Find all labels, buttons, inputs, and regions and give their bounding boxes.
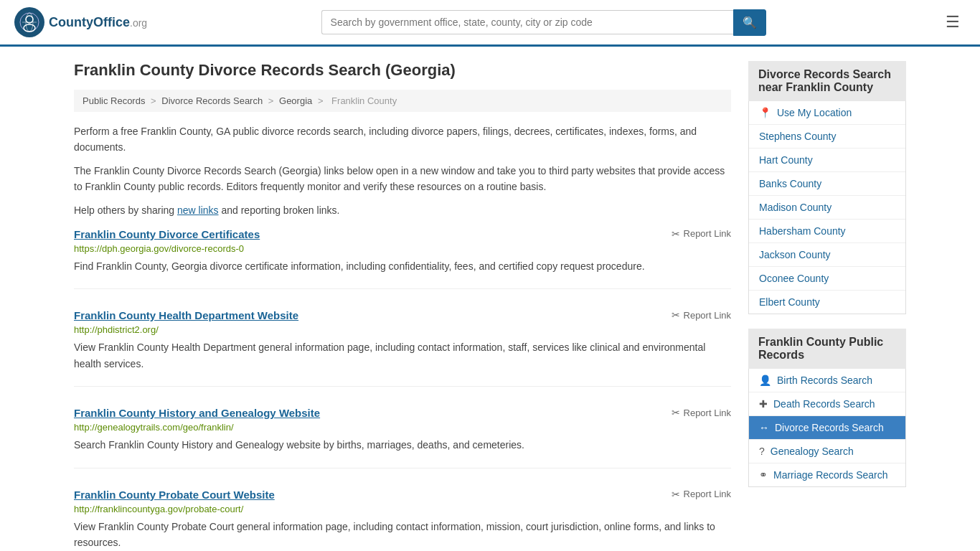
result-item-3: Franklin County Probate Court Website ✂ … [74,489,731,551]
breadcrumb-divorce-records[interactable]: Divorce Records Search [161,95,263,106]
result-url-0[interactable]: https://dph.georgia.gov/divorce-records-… [74,243,731,254]
result-header-2: Franklin County History and Genealogy We… [74,407,731,419]
records-item-2[interactable]: ↔ Divorce Records Search [749,416,905,440]
question-icon: ? [759,446,765,457]
plus-icon: ✚ [759,398,768,410]
location-pin-icon: 📍 [759,107,771,118]
nearby-county-0[interactable]: Stephens County [749,125,905,149]
madison-county-link[interactable]: Madison County [759,202,831,213]
report-icon-2: ✂ [672,407,680,418]
records-item-3[interactable]: ? Genealogy Search [749,440,905,463]
breadcrumb-sep-1: > [151,95,159,106]
sidebar: Divorce Records Search near Franklin Cou… [748,61,906,551]
nearby-county-6[interactable]: Oconee County [749,267,905,291]
arrows-icon: ↔ [759,422,769,433]
result-desc-2: Search Franklin County History and Genea… [74,437,731,453]
nearby-county-1[interactable]: Hart County [749,149,905,172]
nearby-county-4[interactable]: Habersham County [749,220,905,243]
banks-county-link[interactable]: Banks County [759,178,821,189]
person-icon: 👤 [759,375,771,386]
breadcrumb-sep-3: > [318,95,326,106]
result-title-1[interactable]: Franklin County Health Department Websit… [74,309,298,321]
result-header-0: Franklin County Divorce Certificates ✂ R… [74,228,731,240]
genealogy-search-link[interactable]: Genealogy Search [771,446,854,457]
description: Perform a free Franklin County, GA publi… [74,123,731,218]
result-url-2[interactable]: http://genealogytrails.com/geo/franklin/ [74,422,731,433]
breadcrumb-current: Franklin County [331,95,397,106]
hart-county-link[interactable]: Hart County [759,154,813,166]
search-icon: 🔍 [743,17,757,29]
habersham-county-link[interactable]: Habersham County [759,225,846,237]
use-my-location-item[interactable]: 📍 Use My Location [749,101,905,125]
report-label-3: Report Link [684,489,731,499]
main-container: Franklin County Divorce Records Search (… [60,47,920,551]
nearby-county-2[interactable]: Banks County [749,172,905,196]
marriage-icon: ⚭ [759,469,768,481]
report-label-0: Report Link [684,228,731,239]
result-title-0[interactable]: Franklin County Divorce Certificates [74,228,260,240]
nearby-list: 📍 Use My Location Stephens County Hart C… [748,101,906,314]
new-links-link[interactable]: new links [177,204,219,216]
description-p1: Perform a free Franklin County, GA publi… [74,123,731,156]
content-area: Franklin County Divorce Records Search (… [74,61,731,551]
search-area: 🔍 [321,9,766,36]
divorce-records-link[interactable]: Divorce Records Search [775,422,884,433]
nearby-header: Divorce Records Search near Franklin Cou… [748,61,906,101]
search-input[interactable] [321,10,733,34]
logo-icon [14,7,44,37]
breadcrumb: Public Records > Divorce Records Search … [74,90,731,112]
records-item-0[interactable]: 👤 Birth Records Search [749,369,905,392]
report-link-0[interactable]: ✂ Report Link [672,228,731,240]
records-item-4[interactable]: ⚭ Marriage Records Search [749,463,905,486]
description-p3: Help others by sharing new links and rep… [74,202,731,218]
results-list: Franklin County Divorce Certificates ✂ R… [74,228,731,551]
breadcrumb-public-records[interactable]: Public Records [83,95,145,106]
menu-button[interactable]: ☰ [940,10,966,34]
page-title: Franklin County Divorce Records Search (… [74,61,731,80]
marriage-records-link[interactable]: Marriage Records Search [773,469,888,481]
elbert-county-link[interactable]: Elbert County [759,296,820,308]
stephens-county-link[interactable]: Stephens County [759,131,836,142]
description-p2: The Franklin County Divorce Records Sear… [74,163,731,195]
result-item-1: Franklin County Health Department Websit… [74,309,731,387]
report-label-2: Report Link [684,408,731,418]
records-section: Franklin County Public Records 👤 Birth R… [748,329,906,487]
records-header: Franklin County Public Records [748,329,906,369]
breadcrumb-georgia[interactable]: Georgia [279,95,312,106]
logo-text: CountyOffice.org [49,15,147,30]
result-desc-3: View Franklin County Probate Court gener… [74,519,731,551]
nearby-county-7[interactable]: Elbert County [749,291,905,314]
result-title-2[interactable]: Franklin County History and Genealogy We… [74,407,320,419]
result-url-3[interactable]: http://franklincountyga.gov/probate-cour… [74,504,731,514]
report-icon-0: ✂ [672,228,680,240]
result-title-3[interactable]: Franklin County Probate Court Website [74,489,275,501]
result-url-1[interactable]: http://phdistrict2.org/ [74,324,731,335]
report-link-2[interactable]: ✂ Report Link [672,407,731,418]
header: CountyOffice.org 🔍 ☰ [0,0,980,47]
nearby-county-3[interactable]: Madison County [749,196,905,220]
report-label-1: Report Link [684,310,731,321]
report-icon-1: ✂ [672,309,680,321]
use-my-location-link[interactable]: Use My Location [777,107,852,118]
description-p3-pre: Help others by sharing [74,204,177,216]
logo-area: CountyOffice.org [14,7,147,37]
result-desc-0: Find Franklin County, Georgia divorce ce… [74,258,731,274]
report-link-1[interactable]: ✂ Report Link [672,309,731,321]
report-link-3[interactable]: ✂ Report Link [672,489,731,500]
records-list: 👤 Birth Records Search ✚ Death Records S… [748,369,906,487]
oconee-county-link[interactable]: Oconee County [759,273,829,284]
search-button[interactable]: 🔍 [733,9,766,36]
result-item-2: Franklin County History and Genealogy We… [74,407,731,468]
result-desc-1: View Franklin County Health Department g… [74,339,731,372]
breadcrumb-sep-2: > [268,95,276,106]
menu-icon: ☰ [946,13,960,31]
records-item-1[interactable]: ✚ Death Records Search [749,392,905,416]
report-icon-3: ✂ [672,489,680,500]
result-header-1: Franklin County Health Department Websit… [74,309,731,321]
jackson-county-link[interactable]: Jackson County [759,249,831,260]
description-p3-post: and reporting broken links. [219,204,340,216]
nearby-county-5[interactable]: Jackson County [749,243,905,267]
death-records-link[interactable]: Death Records Search [773,398,875,410]
result-header-3: Franklin County Probate Court Website ✂ … [74,489,731,501]
birth-records-link[interactable]: Birth Records Search [777,375,872,386]
